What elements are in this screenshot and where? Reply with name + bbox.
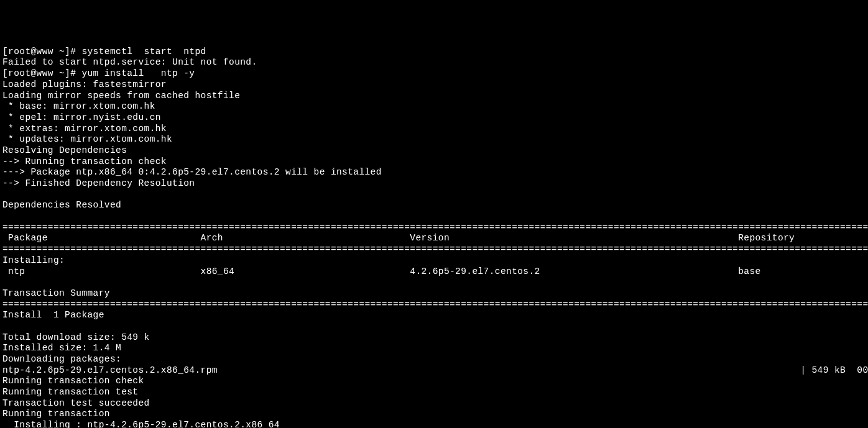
running-trans-check: Running transaction check xyxy=(2,376,144,386)
trans-check: --> Running transaction check xyxy=(2,157,167,166)
blank xyxy=(2,211,8,221)
trans-summary-header: Transaction Summary xyxy=(2,288,110,298)
downloading-packages: Downloading packages: xyxy=(2,354,121,364)
table-header: Package Arch Version Repository Size xyxy=(2,233,868,243)
terminal-output[interactable]: [root@www ~]# systemctl start ntpd Faile… xyxy=(2,47,866,428)
pkg-to-install: ---> Package ntp.x86_64 0:4.2.6p5-29.el7… xyxy=(2,167,382,177)
installing-header: Installing: xyxy=(2,255,65,265)
table-row: ntp x86_64 4.2.6p5-29.el7.centos.2 base … xyxy=(2,266,868,276)
prompt: [root@www ~]# xyxy=(2,47,81,57)
command-1: systemctl start ntpd xyxy=(81,47,206,57)
command-2: yum install ntp -y xyxy=(81,68,195,78)
deps-resolved: Dependencies Resolved xyxy=(2,200,121,210)
blank xyxy=(2,321,8,331)
trans-test-ok: Transaction test succeeded xyxy=(2,398,150,408)
prompt-line-1: [root@www ~]# systemctl start ntpd xyxy=(2,47,206,57)
ruler-bottom: ========================================… xyxy=(2,299,868,309)
mirror-epel: * epel: mirror.nyist.edu.cn xyxy=(2,112,161,122)
install-count: Install 1 Package xyxy=(2,310,104,320)
mirror-extras: * extras: mirror.xtom.com.hk xyxy=(2,124,167,134)
ruler-top: ========================================… xyxy=(2,222,868,232)
resolving-deps: Resolving Dependencies xyxy=(2,145,127,155)
installed-size: Installed size: 1.4 M xyxy=(2,343,121,353)
finished-dep: --> Finished Dependency Resolution xyxy=(2,178,195,188)
rpm-download-line: ntp-4.2.6p5-29.el7.centos.2.x86_64.rpm |… xyxy=(2,365,868,375)
install-step: Installing : ntp-4.2.6p5-29.el7.centos.2… xyxy=(2,420,868,428)
blank xyxy=(2,277,8,287)
mirror-base: * base: mirror.xtom.com.hk xyxy=(2,101,155,111)
prompt: [root@www ~]# xyxy=(2,68,81,78)
mirror-updates: * updates: mirror.xtom.com.hk xyxy=(2,134,172,144)
prompt-line-2: [root@www ~]# yum install ntp -y xyxy=(2,68,195,78)
blank xyxy=(2,189,8,199)
error-line: Failed to start ntpd.service: Unit not f… xyxy=(2,57,257,67)
plugins-line: Loaded plugins: fastestmirror xyxy=(2,80,167,89)
running-trans: Running transaction xyxy=(2,409,110,419)
total-download-size: Total download size: 549 k xyxy=(2,332,150,342)
ruler-mid: ========================================… xyxy=(2,244,868,254)
running-trans-test: Running transaction test xyxy=(2,387,138,397)
loading-mirrors-line: Loading mirror speeds from cached hostfi… xyxy=(2,91,240,101)
